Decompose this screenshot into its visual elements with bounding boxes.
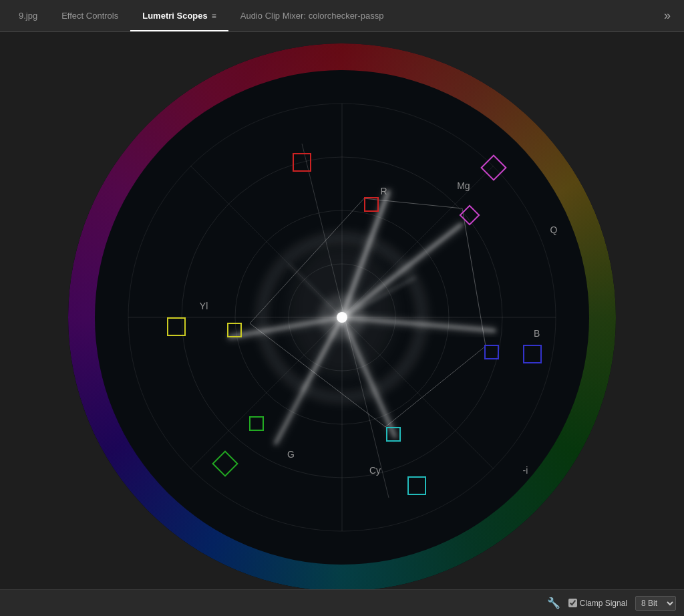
color-box-green-inner [249, 416, 264, 431]
main-content: R Mg Q B Yl G Cy -i [0, 32, 684, 616]
scope-label-G: G [287, 449, 295, 460]
settings-icon[interactable]: 🔧 [547, 597, 560, 609]
svg-point-29 [319, 294, 365, 341]
color-box-red-inner [364, 197, 379, 212]
color-box-yellow-outer [167, 317, 186, 336]
scope-label-Mg: Mg [457, 180, 470, 191]
color-box-red-outer [293, 153, 311, 172]
tab-menu-icon[interactable]: ≡ [212, 11, 216, 21]
scope-grid-svg [68, 43, 616, 591]
tab-lumetri-scopes[interactable]: Lumetri Scopes ≡ [130, 0, 228, 31]
color-box-cyan-inner [386, 427, 401, 442]
color-box-yellow-inner [227, 323, 242, 337]
tab-audio-clip-mixer[interactable]: Audio Clip Mixer: colorchecker-passp [228, 0, 396, 31]
tab-bar: 9.jpg Effect Controls Lumetri Scopes ≡ A… [0, 0, 684, 32]
clamp-signal-checkbox[interactable] [568, 599, 577, 607]
color-box-cyan-outer [407, 476, 426, 495]
clamp-signal-label[interactable]: Clamp Signal [580, 599, 627, 608]
scope-label-Q: Q [550, 224, 558, 235]
tab-file[interactable]: 9.jpg [7, 0, 49, 31]
color-box-blue-outer [523, 345, 542, 363]
clamp-signal-group: Clamp Signal [568, 599, 627, 608]
clamp-signal-checkbox-wrap[interactable]: Clamp Signal [568, 599, 627, 608]
scope-label-B: B [534, 328, 540, 339]
bottom-bar: 🔧 Clamp Signal 8 Bit 10 Bit Float [0, 589, 684, 616]
vectorscope-container: R Mg Q B Yl G Cy -i [68, 43, 616, 591]
bit-dropdown[interactable]: 8 Bit 10 Bit Float [635, 596, 676, 611]
scope-label-Yl: Yl [200, 301, 208, 311]
scope-label-i: -i [523, 465, 528, 476]
color-box-blue-inner [484, 345, 499, 359]
scope-label-R: R [380, 186, 387, 196]
tab-effect-controls[interactable]: Effect Controls [49, 0, 130, 31]
tab-overflow-button[interactable]: » [657, 9, 677, 23]
vectorscope-circle: R Mg Q B Yl G Cy -i [68, 43, 616, 591]
scope-label-Cy: Cy [369, 465, 381, 476]
